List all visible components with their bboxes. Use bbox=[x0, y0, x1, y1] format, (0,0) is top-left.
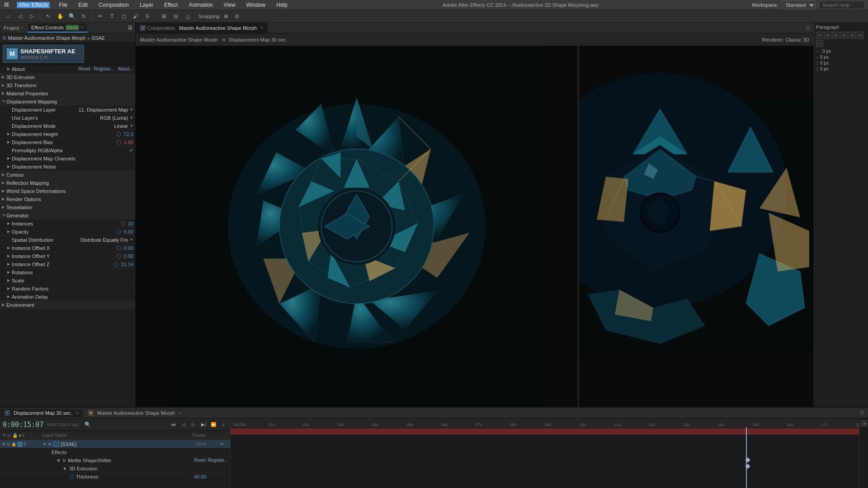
toolbar-clone-btn[interactable]: ⎘ bbox=[143, 12, 152, 21]
toolbar-shape-btn[interactable]: ◻ bbox=[119, 12, 128, 21]
tree-item-0[interactable]: ▶3D Extrusion bbox=[0, 73, 135, 81]
toolbar-rotate-btn[interactable]: ↻ bbox=[79, 12, 88, 21]
search-input[interactable] bbox=[819, 1, 864, 9]
panel-menu-btn[interactable]: ☰ bbox=[125, 25, 135, 31]
tree-item-27[interactable]: ▶Animation Delay bbox=[0, 293, 135, 301]
mettle-register[interactable]: Register... bbox=[208, 458, 228, 463]
layer-9-solo[interactable]: ◎ bbox=[7, 442, 10, 446]
tab-effect-controls-close[interactable]: × bbox=[81, 25, 84, 30]
search-layer-btn[interactable]: 🔍 bbox=[85, 422, 91, 427]
menu-layer[interactable]: Layer bbox=[138, 2, 155, 8]
mettle-expand[interactable]: ▼ bbox=[56, 458, 61, 463]
toolbar-home-btn[interactable]: ⌂ bbox=[4, 12, 13, 21]
tree-item-28[interactable]: ▶Environment bbox=[0, 301, 135, 309]
tree-item-1[interactable]: ▶3D Transform bbox=[0, 81, 135, 89]
timeline-tab-1-close[interactable]: × bbox=[76, 410, 79, 416]
workspace-select[interactable]: Standard bbox=[782, 0, 816, 9]
tree-item-12[interactable]: ▶Contour bbox=[0, 171, 135, 179]
tree-item-5[interactable]: Use Layer'sRGB (Luma)▼ bbox=[0, 114, 135, 122]
dropdown-4[interactable]: ▼ bbox=[130, 108, 133, 112]
menu-help[interactable]: Help bbox=[274, 2, 289, 8]
tree-item-11[interactable]: ▶Displacement Noise bbox=[0, 163, 135, 171]
playhead[interactable] bbox=[746, 427, 747, 488]
tree-item-2[interactable]: ▶Material Properties bbox=[0, 89, 135, 98]
toolbar-back-btn[interactable]: ◁ bbox=[15, 12, 24, 21]
align-left-btn[interactable]: ≡ bbox=[816, 32, 823, 39]
thickness-stopwatch[interactable] bbox=[70, 474, 74, 479]
transport-prev[interactable]: ◁ bbox=[179, 421, 188, 429]
layer-9-lock[interactable]: 🔒 bbox=[11, 442, 16, 446]
tree-item-9[interactable]: Premultiply RGB/Alpha✓ bbox=[0, 146, 135, 155]
toolbar-align-btn[interactable]: ⊞ bbox=[160, 12, 169, 21]
tree-item-15[interactable]: ▶Render Options bbox=[0, 195, 135, 203]
tree-item-10[interactable]: ▶Displacement Map Channels bbox=[0, 155, 135, 163]
tree-item-21[interactable]: ▶Instance Offset X0.00 bbox=[0, 244, 135, 252]
align-right-btn[interactable]: ≡ bbox=[832, 32, 840, 39]
stopwatch-7[interactable] bbox=[117, 132, 121, 136]
snapping-settings[interactable]: ⊘ bbox=[232, 12, 241, 21]
align-justify-all-btn[interactable]: ≡ bbox=[857, 32, 864, 39]
transport-play[interactable]: ▷ bbox=[189, 421, 198, 429]
toolbar-3d-btn[interactable]: △ bbox=[183, 12, 192, 21]
timeline-tab-dispmap[interactable]: 6 Displacement Map 30 sec. × bbox=[0, 409, 84, 417]
align-justify-last-btn[interactable]: ≡ bbox=[849, 32, 856, 39]
menu-view[interactable]: View bbox=[222, 2, 237, 8]
timeline-tab-master[interactable]: ■ Master Audioreactive Shape Morph × bbox=[84, 409, 186, 417]
align-justify-btn[interactable]: ≡ bbox=[840, 32, 848, 39]
tree-item-18[interactable]: ▶Instances20 bbox=[0, 220, 135, 228]
tree-item-20[interactable]: Spatial DistributionDistribute Equally F… bbox=[0, 236, 135, 244]
tab-project[interactable]: Project × bbox=[0, 24, 28, 32]
timecode[interactable]: 0:00:15:07 bbox=[3, 421, 43, 429]
tree-item-26[interactable]: ▶Random Factors bbox=[0, 285, 135, 293]
reset-btn[interactable]: Reset bbox=[78, 66, 90, 71]
tree-item-3[interactable]: ▼Displacement Mapping bbox=[0, 98, 135, 106]
tree-item-17[interactable]: ▼Generator bbox=[0, 211, 135, 220]
dropdown-20[interactable]: ▼ bbox=[130, 238, 133, 242]
mettle-options[interactable]: ... bbox=[230, 458, 230, 463]
snapping-toggle[interactable]: ⊕ bbox=[222, 12, 231, 21]
dropdown-5[interactable]: ▼ bbox=[130, 116, 133, 120]
effect-controls-scroll[interactable]: M SHAPESHIFTER AE VERSION 1.75 ▶ About R… bbox=[0, 43, 135, 407]
menu-edit[interactable]: Edit bbox=[76, 2, 90, 8]
stopwatch-21[interactable] bbox=[117, 246, 121, 250]
about-btn[interactable]: About... bbox=[118, 66, 133, 71]
menu-composition[interactable]: Composition bbox=[97, 2, 131, 8]
stopwatch-22[interactable] bbox=[117, 254, 121, 258]
align-direction-btn[interactable]: ↔ bbox=[816, 40, 823, 47]
toolbar-zoom-btn[interactable]: 🔍 bbox=[67, 12, 76, 21]
toolbar-brush-btn[interactable]: 🖌 bbox=[131, 12, 140, 21]
tree-item-24[interactable]: ▶Rotations bbox=[0, 268, 135, 277]
dropdown-6[interactable]: ▼ bbox=[130, 124, 133, 128]
align-center-btn[interactable]: ≡ bbox=[824, 32, 831, 39]
menu-file[interactable]: File bbox=[57, 2, 69, 8]
comp-tab-close[interactable]: × bbox=[260, 25, 263, 30]
timeline-tab-2-close[interactable]: × bbox=[179, 410, 181, 416]
toolbar-distrib-btn[interactable]: ⊟ bbox=[171, 12, 180, 21]
tree-item-13[interactable]: ▶Reflection Mapping bbox=[0, 179, 135, 187]
timeline-panel-menu[interactable]: ☰ bbox=[856, 410, 868, 416]
tree-item-19[interactable]: ▶Opacity0.00 bbox=[0, 228, 135, 236]
about-row[interactable]: ▶ About Reset Register... About... bbox=[0, 65, 135, 73]
layer-row-9[interactable]: 👁 ◎ 🔒 9 ▼ fx [SSAE] None bbox=[0, 440, 230, 448]
timeline-keyframe-area[interactable]: 00:00s01s02s03s04s05s06s07s08s09s10s11s1… bbox=[231, 418, 859, 488]
transport-first[interactable]: ⏮ bbox=[170, 421, 178, 429]
toolbar-hand-btn[interactable]: ✋ bbox=[56, 12, 65, 21]
tab-project-close[interactable]: × bbox=[21, 25, 24, 30]
menu-animation[interactable]: Animation bbox=[187, 2, 214, 8]
tree-item-4[interactable]: Displacement Layer11. Displacement Map▼ bbox=[0, 106, 135, 114]
tab-effect-controls[interactable]: Effect Controls SSAE × bbox=[28, 23, 88, 33]
tree-item-23[interactable]: ▶Instance Offset Z21.14 bbox=[0, 260, 135, 268]
toolbar-text-btn[interactable]: T bbox=[108, 12, 117, 21]
tree-item-7[interactable]: ▶Displacement Height72.3 bbox=[0, 130, 135, 138]
stopwatch-19[interactable] bbox=[117, 230, 121, 234]
menu-effect[interactable]: Effect bbox=[162, 2, 179, 8]
3dextrusion-expand[interactable]: ▼ bbox=[62, 466, 67, 471]
transport-next[interactable]: ▶| bbox=[199, 421, 208, 429]
stopwatch-18[interactable] bbox=[121, 221, 125, 226]
toolbar-forward-btn[interactable]: ▷ bbox=[27, 12, 36, 21]
transport-audio[interactable]: ♪ bbox=[219, 421, 227, 429]
tree-item-22[interactable]: ▶Instance Offset Y0.00 bbox=[0, 252, 135, 260]
stopwatch-8[interactable] bbox=[117, 140, 121, 145]
layer-9-eye[interactable]: 👁 bbox=[2, 442, 6, 446]
comp-panel-menu[interactable]: ☰ bbox=[802, 25, 814, 31]
